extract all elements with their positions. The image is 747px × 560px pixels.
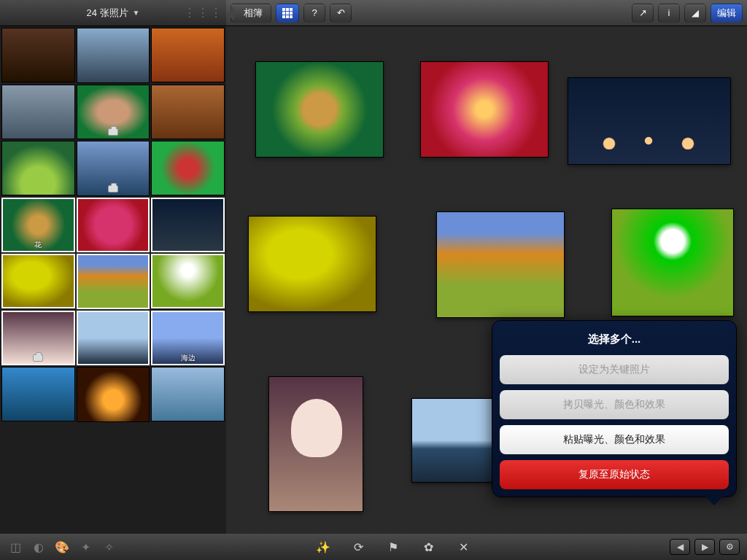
sidebar-thumbnails: 花海边 (0, 26, 226, 534)
settings-button[interactable]: ⚙ (719, 539, 740, 555)
grid-icon (282, 8, 293, 18)
popover-item[interactable]: 复原至原始状态 (500, 460, 729, 489)
flag-icon[interactable]: ⚑ (385, 539, 401, 555)
popover-title: 选择多个... (500, 328, 729, 355)
photo-flower-2[interactable] (420, 61, 549, 158)
photo-flower-1[interactable] (255, 61, 384, 158)
options-popover: 选择多个... 设定为关键照片拷贝曝光、颜色和效果粘贴曝光、颜色和效果复原至原始… (492, 320, 737, 497)
thumbnail-label: 海边 (152, 353, 224, 363)
popover-item: 设定为关键照片 (500, 355, 729, 384)
thumbnail[interactable] (151, 198, 225, 252)
favorite-icon[interactable]: ✿ (420, 539, 436, 555)
undo-button[interactable]: ↶ (330, 4, 352, 23)
help-button[interactable]: ? (303, 4, 325, 23)
hide-icon[interactable]: ✕ (455, 539, 471, 555)
back-button-label: 相簿 (244, 7, 263, 20)
thumbnail[interactable] (151, 141, 225, 195)
thumbnail[interactable] (77, 141, 150, 196)
thumbnail[interactable] (1, 367, 75, 421)
adjust-icon: ◢ (692, 7, 699, 18)
briefcase-icon (33, 354, 43, 362)
thumbnail[interactable] (77, 311, 150, 366)
thumbnail[interactable] (77, 198, 150, 253)
thumbnail[interactable] (1, 28, 75, 82)
thumbnail[interactable] (77, 367, 150, 422)
share-icon: ↗ (639, 7, 647, 18)
edit-button[interactable]: 编辑 (711, 4, 743, 23)
help-icon: ? (311, 7, 317, 18)
photo-skyline-night[interactable] (568, 77, 731, 165)
info-icon: i (668, 7, 670, 18)
thumbnail[interactable] (1, 311, 75, 365)
undo-icon: ↶ (337, 7, 345, 18)
sidebar-drag-handle[interactable]: ⋮⋮⋮ (184, 6, 223, 20)
briefcase-icon (108, 185, 118, 192)
thumbnail[interactable] (151, 28, 225, 82)
palette-icon[interactable]: 🎨 (54, 539, 70, 555)
popover-item[interactable]: 粘贴曝光、颜色和效果 (500, 425, 729, 454)
thumbnail-label: 花 (2, 240, 74, 250)
adjust-button[interactable]: ◢ (684, 4, 706, 23)
info-button[interactable]: i (658, 4, 680, 23)
rotate-icon[interactable]: ⟳ (350, 539, 366, 555)
thumbnail[interactable] (77, 28, 150, 83)
edit-button-label: 编辑 (717, 7, 736, 20)
brush-icon[interactable]: ✦ (77, 539, 93, 555)
effects-icon[interactable]: ✧ (101, 539, 117, 555)
thumbnail[interactable] (77, 254, 150, 309)
thumbnail[interactable] (77, 85, 150, 140)
share-button[interactable]: ↗ (632, 4, 654, 23)
photo-count-label: 24 张照片 (87, 7, 128, 20)
main-toolbar: 相簿 ? ↶ ↗ i ◢ 编辑 (226, 0, 747, 26)
back-button[interactable]: 相簿 (231, 4, 271, 23)
exposure-icon[interactable]: ◐ (31, 539, 47, 555)
popover-item: 拷贝曝光、颜色和效果 (500, 390, 729, 419)
photo-vase-flowers[interactable] (611, 209, 734, 316)
photo-canvas: 选择多个... 设定为关键照片拷贝曝光、颜色和效果粘贴曝光、颜色和效果复原至原始… (226, 26, 747, 534)
gear-icon: ⚙ (726, 542, 734, 552)
prev-button[interactable]: ◀ (670, 539, 690, 555)
thumbnail[interactable]: 海边 (151, 311, 225, 365)
bottom-toolbar: ◫ ◐ 🎨 ✦ ✧ ✨ ⟳ ⚑ ✿ ✕ ◀ ▶ ⚙ (0, 534, 747, 560)
briefcase-icon (108, 128, 118, 136)
thumbnail[interactable]: 花 (1, 198, 75, 252)
crop-icon[interactable]: ◫ (7, 539, 23, 555)
thumbnail[interactable] (1, 254, 75, 308)
thumbnail[interactable] (151, 254, 225, 308)
thumbnail[interactable] (151, 85, 225, 139)
photo-count-dropdown[interactable]: 24 张照片 ▼ (87, 7, 140, 20)
grid-view-button[interactable] (276, 4, 299, 23)
next-button[interactable]: ▶ (694, 539, 715, 555)
dropdown-triangle-icon: ▼ (133, 9, 140, 17)
sidebar-header: 24 张照片 ▼ ⋮⋮⋮ (0, 0, 226, 26)
wand-icon[interactable]: ✨ (315, 539, 331, 555)
thumbnail[interactable] (151, 367, 225, 421)
thumbnail[interactable] (1, 85, 75, 139)
photo-portrait[interactable] (268, 376, 363, 512)
thumbnail[interactable] (1, 141, 75, 195)
photo-yellow-flowers[interactable] (248, 216, 376, 312)
photo-garden[interactable] (436, 211, 565, 318)
